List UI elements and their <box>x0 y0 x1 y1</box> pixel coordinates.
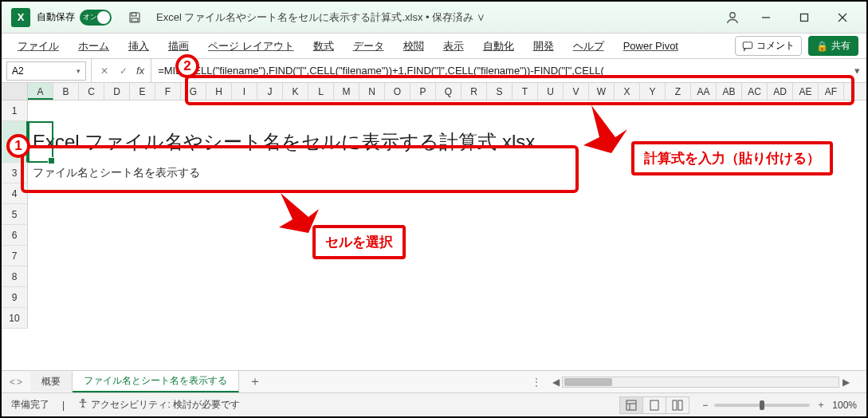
col-header[interactable]: V <box>564 83 589 100</box>
row-header[interactable]: 9 <box>2 287 28 308</box>
col-header[interactable]: A <box>28 83 53 100</box>
tab-insert[interactable]: 挿入 <box>120 34 157 58</box>
comments-button[interactable]: コメント <box>735 36 802 56</box>
col-header[interactable]: C <box>79 83 104 100</box>
col-header[interactable]: K <box>283 83 308 100</box>
row-header[interactable]: 5 <box>2 204 28 225</box>
tab-home[interactable]: ホーム <box>70 34 117 58</box>
cancel-icon[interactable]: ✕ <box>98 65 111 77</box>
col-header[interactable]: AD <box>768 83 793 100</box>
zoom-thumb[interactable] <box>760 400 764 410</box>
minimize-button[interactable] <box>748 5 784 30</box>
zoom-out-button[interactable]: − <box>702 400 708 411</box>
col-header[interactable]: B <box>53 83 79 100</box>
col-header[interactable]: AF <box>819 83 844 100</box>
col-header[interactable]: H <box>206 83 232 100</box>
tab-view[interactable]: 表示 <box>435 34 472 58</box>
tab-formulas[interactable]: 数式 <box>305 34 342 58</box>
col-header[interactable]: M <box>334 83 359 100</box>
sheet-nav-left-icon[interactable]: < <box>10 377 15 388</box>
row-header[interactable]: 8 <box>2 266 28 287</box>
col-header[interactable]: P <box>410 83 436 100</box>
col-header[interactable]: AB <box>717 83 742 100</box>
row-header[interactable]: 7 <box>2 246 28 266</box>
sheet-tab[interactable]: 概要 <box>30 372 73 392</box>
tab-file[interactable]: ファイル <box>10 34 67 58</box>
tab-data[interactable]: データ <box>345 34 392 58</box>
scroll-right-icon[interactable]: ▶ <box>839 377 852 388</box>
row-header[interactable]: 4 <box>2 183 28 204</box>
select-all-corner[interactable] <box>2 83 28 100</box>
zoom-slider[interactable] <box>714 404 810 407</box>
col-header[interactable]: AC <box>742 83 768 100</box>
col-header[interactable]: Q <box>436 83 461 100</box>
zoom-in-button[interactable]: ＋ <box>816 398 826 412</box>
save-icon[interactable] <box>128 10 142 25</box>
add-sheet-button[interactable]: ＋ <box>239 373 271 390</box>
col-header[interactable]: T <box>513 83 538 100</box>
name-box[interactable]: A2 ▾ <box>6 61 86 81</box>
scroll-track[interactable] <box>562 377 839 388</box>
spreadsheet-grid[interactable]: 1 2 3 4 5 6 7 8 9 10 Excel ファイル名やシート名をセル… <box>2 101 866 340</box>
close-button[interactable] <box>825 5 860 30</box>
col-header[interactable]: N <box>359 83 385 100</box>
col-header[interactable]: Y <box>640 83 666 100</box>
tab-draw[interactable]: 描画 <box>160 34 197 58</box>
tab-help[interactable]: ヘルプ <box>565 34 612 58</box>
tab-pagelayout[interactable]: ページ レイアウト <box>200 34 302 58</box>
account-icon[interactable] <box>720 5 745 30</box>
svg-rect-8 <box>743 41 752 48</box>
col-header[interactable]: I <box>232 83 257 100</box>
row-header[interactable]: 2 <box>2 121 28 163</box>
col-header[interactable]: Z <box>666 83 691 100</box>
fx-icon[interactable]: fx <box>136 65 144 77</box>
page-break-view-button[interactable] <box>666 396 689 414</box>
tab-powerpivot[interactable]: Power Pivot <box>615 35 686 57</box>
maximize-button[interactable] <box>787 5 822 30</box>
svg-rect-15 <box>678 400 682 410</box>
col-header[interactable]: AE <box>793 83 819 100</box>
sheet-nav-right-icon[interactable]: > <box>17 377 22 388</box>
col-header[interactable]: D <box>104 83 130 100</box>
row-header[interactable]: 3 <box>2 163 28 183</box>
col-header[interactable]: U <box>538 83 564 100</box>
cell-a4[interactable]: ファイル名とシート名を表示する <box>28 163 205 183</box>
formula-bar[interactable]: =MID(CELL("filename"),FIND("[",CELL("fil… <box>151 59 866 82</box>
col-header[interactable]: J <box>257 83 283 100</box>
tab-developer[interactable]: 開発 <box>525 34 562 58</box>
col-header[interactable]: L <box>308 83 334 100</box>
normal-view-button[interactable] <box>619 396 643 414</box>
svg-rect-2 <box>132 18 138 22</box>
col-header[interactable]: R <box>461 83 487 100</box>
col-header[interactable]: W <box>589 83 615 100</box>
col-header[interactable]: AA <box>691 83 717 100</box>
col-header[interactable]: E <box>130 83 155 100</box>
col-header[interactable]: F <box>155 83 181 100</box>
share-button[interactable]: 🔒 共有 <box>808 36 858 56</box>
svg-rect-14 <box>673 400 677 410</box>
accessibility-status[interactable]: アクセシビリティ: 検討が必要です <box>77 398 240 412</box>
document-title[interactable]: Excel ファイル名やシート名をセルに表示する計算式.xlsx • 保存済み … <box>156 10 485 25</box>
horizontal-scrollbar[interactable]: ◀ ▶ <box>549 376 852 388</box>
row-header[interactable]: 6 <box>2 225 28 246</box>
autosave-toggle[interactable]: オン <box>80 10 112 26</box>
tab-automate[interactable]: 自動化 <box>475 34 522 58</box>
page-layout-view-button[interactable] <box>642 396 666 414</box>
col-header[interactable]: S <box>487 83 513 100</box>
row-header[interactable]: 1 <box>2 101 28 121</box>
zoom-value[interactable]: 100% <box>832 400 857 411</box>
scroll-left-icon[interactable]: ◀ <box>549 377 562 388</box>
formula-expand-icon[interactable]: ▾ <box>854 65 860 77</box>
col-header[interactable]: X <box>615 83 640 100</box>
enter-check-icon[interactable]: ✓ <box>117 65 130 77</box>
sheet-menu-icon[interactable]: ⋮ <box>525 377 549 388</box>
accessibility-text: アクセシビリティ: 検討が必要です <box>91 399 240 410</box>
tab-review[interactable]: 校閲 <box>395 34 432 58</box>
sheet-tab-active[interactable]: ファイル名とシート名を表示する <box>73 371 239 392</box>
row-headers: 1 2 3 4 5 6 7 8 9 10 <box>2 101 28 329</box>
col-header[interactable]: G <box>181 83 206 100</box>
scroll-thumb[interactable] <box>564 378 612 386</box>
cell-a2[interactable]: Excel ファイル名やシート名をセルに表示する計算式.xlsx <box>28 121 540 163</box>
col-header[interactable]: O <box>385 83 410 100</box>
row-header[interactable]: 10 <box>2 308 28 329</box>
